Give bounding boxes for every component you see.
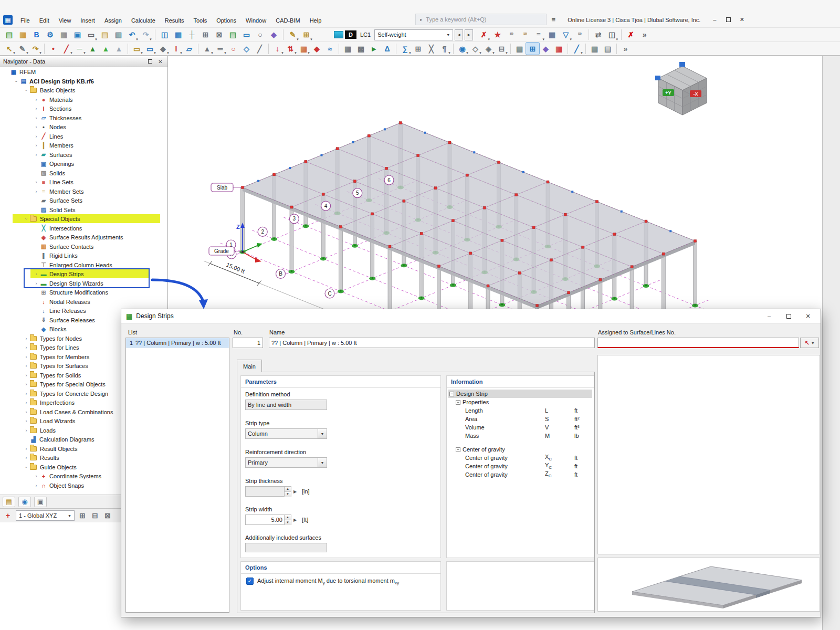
chevron-closed-icon[interactable]: › bbox=[33, 483, 39, 488]
chevron-closed-icon[interactable]: › bbox=[23, 345, 29, 350]
redo-icon[interactable]: ↷▼ bbox=[139, 29, 152, 41]
chevron-closed-icon[interactable]: › bbox=[23, 373, 29, 378]
user-views-icon[interactable]: ◇▼ bbox=[469, 43, 482, 55]
repeat-last-input-icon[interactable]: ↷▼ bbox=[29, 43, 42, 55]
nodal-support-icon[interactable]: ▲▼ bbox=[201, 43, 214, 55]
delete-results-icon[interactable]: ✗▼ bbox=[477, 29, 490, 41]
print-preview-icon[interactable]: ▭ bbox=[240, 29, 253, 41]
more-tools-icon[interactable]: » bbox=[619, 43, 632, 55]
chevron-closed-icon[interactable]: › bbox=[23, 446, 29, 452]
tree-item-openings[interactable]: ▣Openings bbox=[0, 159, 167, 169]
tree-item-special-objects[interactable]: ›Special Objects bbox=[0, 214, 167, 224]
definition-method-field[interactable]: By line and width bbox=[245, 400, 327, 410]
chevron-closed-icon[interactable]: › bbox=[23, 455, 29, 460]
chevron-closed-icon[interactable]: › bbox=[33, 124, 39, 130]
tree-item-intersections[interactable]: ╳Intersections bbox=[0, 224, 167, 233]
color-scale-icon[interactable]: ▥ bbox=[552, 43, 565, 55]
dialog-maximize-button[interactable] bbox=[781, 311, 796, 322]
tree-item-members[interactable]: ›┃Members bbox=[0, 141, 167, 150]
tree-item-nodes[interactable]: ›•Nodes bbox=[0, 122, 167, 132]
mesh-settings-icon[interactable]: ▦ bbox=[341, 43, 354, 55]
menu-file[interactable]: File bbox=[16, 16, 35, 25]
clipboard-copy-icon[interactable]: ▥ bbox=[112, 29, 125, 41]
spin-down-icon[interactable]: ▼ bbox=[285, 520, 291, 525]
guidelines-icon[interactable]: ┼ bbox=[185, 29, 198, 41]
section-cut-icon[interactable]: ╳ bbox=[425, 43, 438, 55]
chevron-closed-icon[interactable]: › bbox=[33, 281, 39, 286]
chevron-closed-icon[interactable]: › bbox=[33, 152, 39, 158]
tree-item-nodal-releases[interactable]: ↓Nodal Releases bbox=[0, 297, 167, 307]
tree-item-rfem[interactable]: ▦RFEM bbox=[0, 67, 167, 77]
new-model-icon[interactable]: ▤ bbox=[3, 29, 16, 41]
no-field[interactable]: 1 bbox=[233, 338, 263, 348]
restore-button[interactable] bbox=[722, 15, 734, 24]
previous-loadcase-button[interactable]: ◄ bbox=[455, 29, 463, 40]
strip-type-select[interactable]: Column ▼ bbox=[245, 428, 327, 439]
imperfection-icon[interactable]: ≈ bbox=[323, 43, 337, 55]
camera-views-icon[interactable]: ▣ bbox=[34, 497, 47, 507]
insert-table-icon[interactable]: ⊞ bbox=[199, 29, 212, 41]
menu-insert[interactable]: Insert bbox=[76, 16, 100, 25]
dialog-close-button[interactable]: ✕ bbox=[800, 311, 816, 322]
tab-main[interactable]: Main bbox=[237, 360, 262, 372]
move-table-icon[interactable]: ⊞ bbox=[77, 510, 88, 522]
tree-item-sections[interactable]: ›ISections bbox=[0, 104, 167, 113]
member-load-icon[interactable]: ⇅▼ bbox=[284, 43, 297, 55]
isometric-view-icon[interactable]: ◈▼ bbox=[482, 43, 495, 55]
free-load-icon[interactable]: ◆ bbox=[310, 43, 323, 55]
tree-item-rigid-links[interactable]: ∥Rigid Links bbox=[0, 251, 167, 260]
design-strip-list-item[interactable]: 1?? | Column | Primary | w : 5.00 ft bbox=[126, 338, 229, 348]
spinner-arrows[interactable]: ▲▼ bbox=[284, 487, 291, 496]
chevron-open-icon[interactable]: › bbox=[24, 216, 29, 222]
dialog-title-bar[interactable]: ▦ Design Strips – ✕ bbox=[121, 309, 821, 323]
tree-item-design-strip-wizards[interactable]: ›▬Design Strip Wizards bbox=[0, 279, 167, 288]
new-surface-icon[interactable]: ▭▼ bbox=[130, 43, 143, 55]
chevron-closed-icon[interactable]: › bbox=[23, 400, 29, 405]
coordinate-system-select[interactable]: 1 - Global XYZ ▼ bbox=[16, 510, 75, 521]
menu-calculate[interactable]: Calculate bbox=[127, 16, 160, 25]
select-mode-icon[interactable]: ↖▼ bbox=[3, 43, 16, 55]
save-model-icon[interactable]: ▣ bbox=[71, 29, 84, 41]
export-table-icon[interactable]: ⊠ bbox=[213, 29, 226, 41]
collapse-icon[interactable]: − bbox=[449, 392, 454, 396]
spin-up-icon[interactable]: ▲ bbox=[285, 515, 291, 520]
new-frame-icon[interactable]: ⊞▼ bbox=[300, 29, 313, 41]
chevron-closed-icon[interactable]: › bbox=[33, 97, 39, 102]
menu-options[interactable]: Options bbox=[212, 16, 241, 25]
generate-mesh-icon[interactable]: ▩ bbox=[354, 43, 368, 55]
delete-vegetation-icon[interactable]: ▲ bbox=[112, 43, 125, 55]
tree-item-lines[interactable]: ›╱Lines bbox=[0, 132, 167, 141]
object-numbering-icon[interactable]: ≡▼ bbox=[532, 29, 545, 41]
collapse-icon[interactable]: − bbox=[456, 447, 460, 452]
reinforcement-direction-select[interactable]: Primary ▼ bbox=[245, 457, 327, 468]
tree-item-surfaces[interactable]: ›▰Surfaces bbox=[0, 150, 167, 160]
chevron-open-icon[interactable]: › bbox=[24, 464, 29, 470]
collapsed-panel-gutter[interactable] bbox=[822, 56, 840, 630]
cancel-mode-icon[interactable]: ✗ bbox=[624, 29, 637, 41]
filter-display-icon[interactable]: ▽▼ bbox=[559, 29, 572, 41]
detail-arrow-icon[interactable]: ▶ bbox=[293, 489, 297, 494]
move-copy-icon[interactable]: ⇄ bbox=[592, 29, 605, 41]
member-hinge-icon[interactable]: ○ bbox=[227, 43, 240, 55]
pick-surfaces-button[interactable]: ↖ ▼ bbox=[800, 338, 819, 348]
renumbering-icon[interactable]: ⊟▼ bbox=[495, 43, 508, 55]
chevron-closed-icon[interactable]: › bbox=[23, 336, 29, 341]
chevron-closed-icon[interactable]: › bbox=[23, 363, 29, 369]
chevron-closed-icon[interactable]: › bbox=[23, 391, 29, 396]
collapse-icon[interactable]: − bbox=[456, 400, 460, 405]
new-line-icon[interactable]: ╱▼ bbox=[60, 43, 73, 55]
chevron-closed-icon[interactable]: › bbox=[33, 180, 39, 185]
chevron-closed-icon[interactable]: › bbox=[33, 143, 39, 148]
tree-item-surface-sets[interactable]: ▰Surface Sets bbox=[0, 196, 167, 205]
new-node-icon[interactable]: • bbox=[47, 43, 60, 55]
assigned-field[interactable] bbox=[597, 338, 799, 348]
navigator-header[interactable]: Navigator - Data ✕ bbox=[0, 56, 167, 67]
menu-tools[interactable]: Tools bbox=[188, 16, 212, 25]
nodal-load-icon[interactable]: ↓▼ bbox=[271, 43, 284, 55]
new-thickness-icon[interactable]: ▱ bbox=[183, 43, 196, 55]
loadcase-select[interactable]: Self-weight ▼ bbox=[374, 29, 453, 40]
tables-toggle-icon[interactable]: ▦ bbox=[172, 29, 185, 41]
tree-item-solids[interactable]: ▧Solids bbox=[0, 169, 167, 178]
toolbar-overflow-icon[interactable]: » bbox=[638, 29, 651, 41]
print-graphic-icon[interactable]: ▭▼ bbox=[85, 29, 98, 41]
